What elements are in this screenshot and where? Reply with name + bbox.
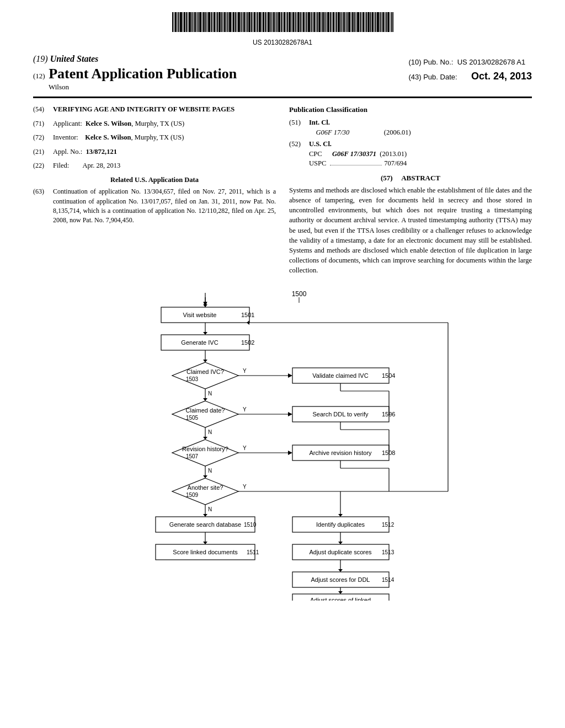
cpc-label: CPC bbox=[309, 149, 328, 159]
y-label-1509: Y bbox=[243, 484, 247, 490]
svg-rect-39 bbox=[238, 12, 240, 32]
svg-rect-90 bbox=[327, 12, 329, 32]
svg-rect-108 bbox=[360, 12, 361, 32]
inventor-location: , Murphy, TX (US) bbox=[131, 133, 184, 141]
svg-rect-99 bbox=[343, 12, 345, 32]
right-column: Publication Classification (51) Int. Cl.… bbox=[289, 105, 532, 275]
svg-marker-164 bbox=[203, 542, 207, 544]
svg-rect-123 bbox=[386, 12, 387, 32]
patent-type-label: (12) Patent Application Publication bbox=[33, 66, 408, 82]
filed-num: (22) bbox=[33, 161, 53, 171]
svg-marker-137 bbox=[172, 362, 238, 389]
svg-rect-104 bbox=[352, 12, 354, 32]
uspc-dots bbox=[330, 159, 382, 165]
svg-rect-24 bbox=[212, 12, 213, 32]
svg-rect-81 bbox=[312, 12, 313, 32]
y-label-1505: Y bbox=[243, 406, 247, 413]
related-text: Continuation of application No. 13/304,6… bbox=[53, 187, 276, 226]
svg-rect-111 bbox=[365, 12, 365, 32]
svg-rect-50 bbox=[257, 12, 258, 32]
body-section: (54) VERIFYING AGE AND INTEGRITY OF WEBS… bbox=[33, 105, 532, 275]
int-cl-year: (2006.01) bbox=[384, 129, 411, 136]
svg-rect-101 bbox=[347, 12, 348, 32]
svg-rect-72 bbox=[296, 12, 297, 32]
node-1503-num: 1503 bbox=[186, 376, 199, 382]
svg-rect-80 bbox=[311, 12, 312, 32]
svg-rect-75 bbox=[302, 12, 302, 32]
int-cl-label: Int. Cl. bbox=[309, 119, 330, 126]
country-label: (19) United States bbox=[33, 53, 408, 65]
svg-rect-55 bbox=[266, 12, 267, 32]
svg-marker-136 bbox=[203, 360, 207, 362]
svg-rect-103 bbox=[351, 12, 351, 32]
node-1504-text: Validate claimed IVC bbox=[312, 372, 368, 379]
applicant-row: (71) Applicant: Kelce S. Wilson, Murphy,… bbox=[33, 119, 276, 129]
header-section: (19) United States (12) Patent Applicati… bbox=[33, 53, 532, 98]
svg-rect-105 bbox=[354, 12, 355, 32]
svg-rect-107 bbox=[357, 12, 359, 32]
svg-rect-26 bbox=[216, 12, 216, 32]
int-cl-row: (51) Int. Cl. G06F 17/30 (2006.01) bbox=[289, 118, 532, 137]
country-name: United States bbox=[50, 54, 99, 63]
country-num: (19) bbox=[33, 54, 48, 63]
svg-rect-7 bbox=[183, 12, 183, 32]
svg-rect-118 bbox=[377, 12, 379, 32]
svg-rect-96 bbox=[338, 12, 340, 32]
node-1513-text: Adjust duplicate scores bbox=[309, 549, 372, 555]
node-1514-num: 1514 bbox=[382, 577, 395, 583]
node-1505-text: Claimed date? bbox=[186, 407, 225, 414]
svg-rect-10 bbox=[188, 12, 188, 32]
svg-rect-52 bbox=[262, 12, 262, 32]
svg-rect-47 bbox=[253, 12, 253, 32]
svg-rect-45 bbox=[248, 12, 250, 32]
svg-rect-64 bbox=[282, 12, 283, 32]
svg-rect-62 bbox=[278, 12, 280, 32]
svg-rect-98 bbox=[342, 12, 343, 32]
applicant-num: (71) bbox=[33, 119, 53, 129]
abstract-text: Systems and methods are disclosed which … bbox=[289, 185, 532, 275]
inventor-content: Inventor: Kelce S. Wilson, Murphy, TX (U… bbox=[53, 133, 184, 143]
node-1508-text: Archive revision history bbox=[309, 449, 372, 456]
svg-rect-51 bbox=[259, 12, 261, 32]
int-cl-value: G06F 17/30 bbox=[316, 129, 350, 136]
flowchart-area: 1500 Visit website 1501 Generate IVC 15 bbox=[33, 286, 532, 601]
related-title: Related U.S. Application Data bbox=[33, 175, 276, 185]
pub-class-title: Publication Classification bbox=[289, 105, 532, 115]
svg-rect-83 bbox=[316, 12, 316, 32]
node-1508-num: 1508 bbox=[382, 449, 395, 456]
svg-rect-59 bbox=[273, 12, 275, 32]
cpc-value: G06F 17/30371 bbox=[332, 150, 376, 158]
appl-value: 13/872,121 bbox=[86, 148, 117, 156]
svg-rect-115 bbox=[372, 12, 374, 32]
node-1505-num: 1505 bbox=[186, 415, 199, 421]
applicant-content: Applicant: Kelce S. Wilson, Murphy, TX (… bbox=[53, 119, 184, 129]
svg-rect-6 bbox=[180, 12, 182, 32]
svg-rect-16 bbox=[198, 12, 199, 32]
svg-rect-33 bbox=[227, 12, 228, 32]
uspc-value: 707/694 bbox=[384, 159, 407, 169]
header-right: (10) Pub. No.: US 2013/0282678 A1 (43) P… bbox=[408, 53, 532, 83]
us-cl-row: (52) U.S. Cl. CPC G06F 17/30371 (2013.01… bbox=[289, 140, 532, 169]
filed-row: (22) Filed: Apr. 28, 2013 bbox=[33, 161, 276, 171]
svg-rect-100 bbox=[345, 12, 346, 32]
svg-rect-61 bbox=[276, 12, 278, 32]
int-cl-content: Int. Cl. G06F 17/30 (2006.01) bbox=[309, 118, 411, 137]
svg-rect-1 bbox=[172, 12, 173, 32]
svg-rect-54 bbox=[265, 12, 266, 32]
node-1506-num: 1506 bbox=[382, 411, 395, 417]
node-1509-num: 1509 bbox=[186, 492, 199, 498]
svg-rect-3 bbox=[175, 12, 177, 32]
svg-rect-23 bbox=[211, 12, 212, 32]
node-1501-num: 1501 bbox=[241, 312, 254, 318]
inventor-row: (72) Inventor: Kelce S. Wilson, Murphy, … bbox=[33, 133, 276, 143]
svg-marker-176 bbox=[338, 591, 343, 594]
svg-rect-28 bbox=[218, 12, 221, 32]
barcode-area bbox=[33, 11, 532, 36]
svg-rect-124 bbox=[387, 12, 390, 32]
svg-rect-110 bbox=[363, 12, 364, 32]
node-1503-text: Claimed IVC? bbox=[186, 368, 224, 375]
svg-marker-173 bbox=[338, 569, 343, 572]
svg-rect-18 bbox=[202, 12, 202, 32]
filed-value: Apr. 28, 2013 bbox=[82, 162, 120, 169]
node-1512-num: 1512 bbox=[382, 522, 395, 528]
